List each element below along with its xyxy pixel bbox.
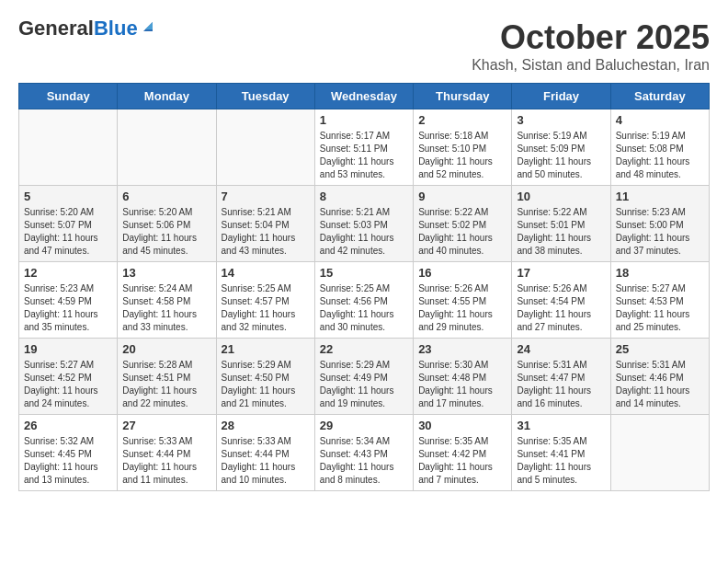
day-info: Sunrise: 5:30 AMSunset: 4:48 PMDaylight:… [418, 359, 506, 410]
day-number: 9 [418, 190, 506, 203]
day-number: 22 [320, 342, 408, 356]
day-info: Sunrise: 5:27 AMSunset: 4:52 PMDaylight:… [24, 359, 112, 410]
day-info: Sunrise: 5:24 AMSunset: 4:58 PMDaylight:… [122, 282, 210, 334]
day-info: Sunrise: 5:33 AMSunset: 4:44 PMDaylight:… [122, 435, 210, 487]
day-number: 2 [418, 113, 506, 127]
day-header-wednesday: Wednesday [314, 84, 413, 109]
logo-blue: Blue [94, 17, 138, 40]
calendar-cell: 1Sunrise: 5:17 AMSunset: 5:11 PMDaylight… [314, 109, 413, 186]
calendar-cell: 8Sunrise: 5:21 AMSunset: 5:03 PMDaylight… [314, 186, 413, 262]
calendar-cell: 6Sunrise: 5:20 AMSunset: 5:06 PMDaylight… [118, 186, 216, 262]
day-info: Sunrise: 5:25 AMSunset: 4:57 PMDaylight:… [222, 282, 310, 334]
day-number: 3 [517, 113, 605, 127]
day-info: Sunrise: 5:29 AMSunset: 4:50 PMDaylight:… [222, 359, 310, 410]
calendar-cell: 26Sunrise: 5:32 AMSunset: 4:45 PMDayligh… [19, 415, 118, 491]
calendar-week-5: 26Sunrise: 5:32 AMSunset: 4:45 PMDayligh… [19, 415, 710, 491]
day-info: Sunrise: 5:25 AMSunset: 4:56 PMDaylight:… [320, 282, 408, 334]
day-info: Sunrise: 5:20 AMSunset: 5:07 PMDaylight:… [24, 206, 112, 258]
day-number: 7 [222, 190, 310, 203]
day-number: 20 [122, 342, 210, 356]
day-info: Sunrise: 5:21 AMSunset: 5:04 PMDaylight:… [222, 206, 310, 258]
day-number: 4 [616, 113, 704, 127]
day-info: Sunrise: 5:21 AMSunset: 5:03 PMDaylight:… [320, 206, 408, 258]
day-info: Sunrise: 5:31 AMSunset: 4:46 PMDaylight:… [616, 359, 704, 410]
day-number: 11 [616, 190, 704, 203]
logo: GeneralBlue [18, 18, 156, 39]
calendar-cell: 14Sunrise: 5:25 AMSunset: 4:57 PMDayligh… [216, 262, 314, 339]
day-info: Sunrise: 5:23 AMSunset: 4:59 PMDaylight:… [24, 282, 112, 334]
calendar-cell: 12Sunrise: 5:23 AMSunset: 4:59 PMDayligh… [19, 262, 118, 339]
day-info: Sunrise: 5:26 AMSunset: 4:54 PMDaylight:… [517, 282, 605, 334]
day-info: Sunrise: 5:27 AMSunset: 4:53 PMDaylight:… [616, 282, 704, 334]
day-info: Sunrise: 5:18 AMSunset: 5:10 PMDaylight:… [418, 130, 506, 181]
day-header-saturday: Saturday [610, 84, 709, 109]
day-info: Sunrise: 5:17 AMSunset: 5:11 PMDaylight:… [320, 130, 408, 181]
logo-icon [140, 18, 156, 35]
day-number: 5 [24, 190, 112, 203]
calendar-cell: 9Sunrise: 5:22 AMSunset: 5:02 PMDaylight… [414, 186, 512, 262]
day-number: 10 [517, 190, 605, 203]
calendar-cell: 7Sunrise: 5:21 AMSunset: 5:04 PMDaylight… [216, 186, 314, 262]
day-info: Sunrise: 5:22 AMSunset: 5:02 PMDaylight:… [418, 206, 506, 258]
calendar-cell: 20Sunrise: 5:28 AMSunset: 4:51 PMDayligh… [118, 339, 216, 415]
day-number: 8 [320, 190, 408, 203]
calendar-cell: 28Sunrise: 5:33 AMSunset: 4:44 PMDayligh… [216, 415, 314, 491]
day-number: 18 [616, 266, 704, 280]
day-info: Sunrise: 5:31 AMSunset: 4:47 PMDaylight:… [517, 359, 605, 410]
day-info: Sunrise: 5:32 AMSunset: 4:45 PMDaylight:… [24, 435, 112, 487]
day-info: Sunrise: 5:34 AMSunset: 4:43 PMDaylight:… [320, 435, 408, 487]
day-number: 27 [122, 419, 210, 432]
calendar-cell [216, 109, 314, 186]
location-title: Khash, Sistan and Baluchestan, Iran [472, 57, 710, 74]
day-info: Sunrise: 5:19 AMSunset: 5:09 PMDaylight:… [517, 130, 605, 181]
calendar-cell: 23Sunrise: 5:30 AMSunset: 4:48 PMDayligh… [414, 339, 512, 415]
calendar-cell: 25Sunrise: 5:31 AMSunset: 4:46 PMDayligh… [610, 339, 709, 415]
calendar-cell: 10Sunrise: 5:22 AMSunset: 5:01 PMDayligh… [512, 186, 610, 262]
day-number: 28 [222, 419, 310, 432]
calendar-week-2: 5Sunrise: 5:20 AMSunset: 5:07 PMDaylight… [19, 186, 710, 262]
calendar-cell: 11Sunrise: 5:23 AMSunset: 5:00 PMDayligh… [610, 186, 709, 262]
day-number: 25 [616, 342, 704, 356]
day-info: Sunrise: 5:26 AMSunset: 4:55 PMDaylight:… [418, 282, 506, 334]
calendar-cell: 29Sunrise: 5:34 AMSunset: 4:43 PMDayligh… [314, 415, 413, 491]
calendar-cell: 3Sunrise: 5:19 AMSunset: 5:09 PMDaylight… [512, 109, 610, 186]
day-info: Sunrise: 5:33 AMSunset: 4:44 PMDaylight:… [222, 435, 310, 487]
page-header: GeneralBlue October 2025 Khash, Sistan a… [18, 18, 710, 74]
day-number: 15 [320, 266, 408, 280]
day-number: 30 [418, 419, 506, 432]
day-number: 26 [24, 419, 112, 432]
calendar-cell: 21Sunrise: 5:29 AMSunset: 4:50 PMDayligh… [216, 339, 314, 415]
calendar-cell: 22Sunrise: 5:29 AMSunset: 4:49 PMDayligh… [314, 339, 413, 415]
month-title: October 2025 [472, 18, 710, 57]
day-number: 17 [517, 266, 605, 280]
day-info: Sunrise: 5:35 AMSunset: 4:41 PMDaylight:… [517, 435, 605, 487]
calendar-cell: 15Sunrise: 5:25 AMSunset: 4:56 PMDayligh… [314, 262, 413, 339]
day-header-tuesday: Tuesday [216, 84, 314, 109]
day-number: 19 [24, 342, 112, 356]
calendar-cell [610, 415, 709, 491]
day-header-monday: Monday [118, 84, 216, 109]
logo-text: GeneralBlue [18, 18, 138, 39]
calendar-header-row: SundayMondayTuesdayWednesdayThursdayFrid… [19, 84, 710, 109]
day-number: 1 [320, 113, 408, 127]
day-info: Sunrise: 5:35 AMSunset: 4:42 PMDaylight:… [418, 435, 506, 487]
day-info: Sunrise: 5:19 AMSunset: 5:08 PMDaylight:… [616, 130, 704, 181]
calendar-cell: 30Sunrise: 5:35 AMSunset: 4:42 PMDayligh… [414, 415, 512, 491]
day-header-friday: Friday [512, 84, 610, 109]
calendar-cell: 16Sunrise: 5:26 AMSunset: 4:55 PMDayligh… [414, 262, 512, 339]
day-info: Sunrise: 5:23 AMSunset: 5:00 PMDaylight:… [616, 206, 704, 258]
day-header-sunday: Sunday [19, 84, 118, 109]
day-number: 31 [517, 419, 605, 432]
calendar-cell: 5Sunrise: 5:20 AMSunset: 5:07 PMDaylight… [19, 186, 118, 262]
day-number: 29 [320, 419, 408, 432]
svg-marker-1 [145, 22, 153, 29]
calendar-cell: 31Sunrise: 5:35 AMSunset: 4:41 PMDayligh… [512, 415, 610, 491]
day-info: Sunrise: 5:29 AMSunset: 4:49 PMDaylight:… [320, 359, 408, 410]
day-info: Sunrise: 5:22 AMSunset: 5:01 PMDaylight:… [517, 206, 605, 258]
calendar: SundayMondayTuesdayWednesdayThursdayFrid… [18, 83, 710, 491]
calendar-cell [19, 109, 118, 186]
logo-general: General [18, 17, 94, 40]
calendar-cell [118, 109, 216, 186]
day-number: 13 [122, 266, 210, 280]
calendar-cell: 19Sunrise: 5:27 AMSunset: 4:52 PMDayligh… [19, 339, 118, 415]
